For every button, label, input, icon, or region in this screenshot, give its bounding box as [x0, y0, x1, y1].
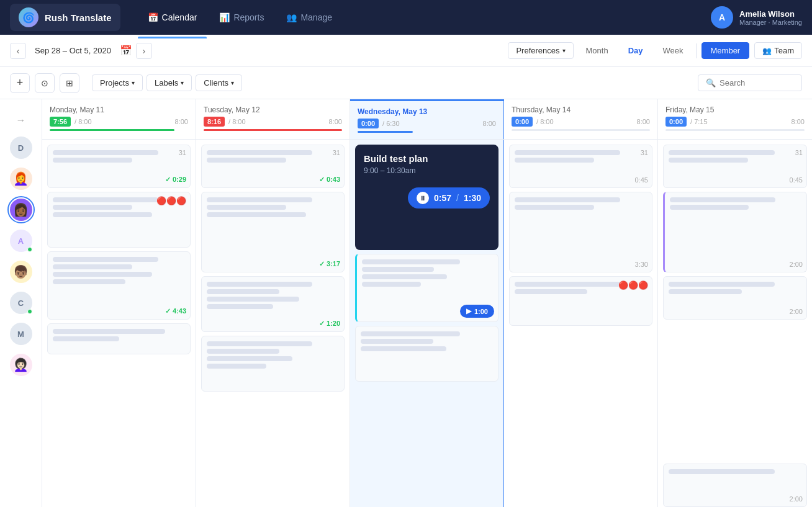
day-header-wednesday: Wednesday, May 13 0:00 / 6:30 8:00: [350, 99, 504, 139]
table-row[interactable]: 2:00: [663, 192, 807, 272]
table-row[interactable]: ▶1:00: [355, 254, 498, 322]
nav-items: 📅 Calendar 📊 Reports 👥 Manage: [125, 7, 706, 27]
chevron-down-icon: ▾: [562, 47, 566, 54]
day-name: Thursday, May 14: [512, 105, 650, 114]
calendar-icon: 📅: [148, 12, 158, 22]
list-item[interactable]: A: [10, 230, 32, 252]
corner-number: 31: [795, 149, 803, 156]
task-check: ✓ 4:43: [165, 307, 186, 315]
user-info: Amelia Wilson Manager · Marketing: [739, 9, 802, 26]
nav-item-manage[interactable]: 👥 Manage: [276, 7, 342, 27]
list-item[interactable]: 👩‍🦰: [10, 168, 32, 190]
day-headers: Monday, May 11 7:56 / 8:00 8:00 Tuesday,…: [42, 99, 812, 140]
list-item[interactable]: 👩🏻‍🦱: [10, 354, 32, 376]
task-time: 3:30: [635, 261, 648, 268]
table-row[interactable]: 🔴🔴🔴: [47, 192, 191, 248]
day-name: Monday, May 11: [50, 105, 188, 114]
day-name: Tuesday, May 12: [204, 105, 342, 114]
table-row[interactable]: [201, 336, 345, 392]
date-nav: ‹ Sep 28 – Oct 5, 2020 📅 ›: [10, 43, 152, 59]
nav-item-reports[interactable]: 📊 Reports: [209, 7, 274, 27]
task-check: ✓ 0:29: [165, 176, 186, 184]
day-name-today: Wednesday, May 13: [358, 107, 496, 116]
team-button[interactable]: 👥 Team: [754, 42, 802, 59]
calendar-container: → D 👩‍🦰 👩🏾 A 👦🏽 C M 👩🏻‍🦱 Mond: [0, 99, 812, 507]
toolbar-right: Preferences ▾ Month Day Week Member 👥 Te…: [508, 42, 802, 59]
task-check: ✓ 1:20: [319, 320, 340, 328]
action-bar: + ⊙ ⊞ Projects▾ Labels▾ Clients▾ 🔍: [0, 67, 812, 99]
corner-number: 31: [641, 149, 648, 156]
clients-filter[interactable]: Clients▾: [196, 74, 242, 91]
slash-time-monday: / 8:00: [74, 118, 92, 125]
nav-item-calendar[interactable]: 📅 Calendar: [138, 7, 207, 27]
table-row[interactable]: ✓ 1:20: [201, 276, 345, 332]
list-item[interactable]: D: [10, 137, 32, 159]
task-time-range: 9:00 – 10:30am: [364, 166, 490, 175]
time-badge-friday: 0:00: [665, 117, 687, 127]
avatar: A: [711, 6, 733, 29]
user-name: Amelia Wilson: [739, 9, 802, 19]
search-box[interactable]: 🔍: [698, 74, 802, 91]
prev-button[interactable]: ‹: [10, 43, 26, 59]
labels-filter[interactable]: Labels▾: [147, 74, 192, 91]
sidebar-avatars: → D 👩‍🦰 👩🏾 A 👦🏽 C M 👩🏻‍🦱: [0, 99, 42, 507]
top-nav: 🌀 Rush Translate 📅 Calendar 📊 Reports 👥 …: [0, 0, 812, 35]
day-header-friday: Friday, May 15 0:00 / 7:15 8:00: [658, 99, 812, 139]
sidebar-arrow[interactable]: →: [16, 104, 26, 137]
table-row[interactable]: 3:30: [509, 192, 652, 272]
week-button[interactable]: Week: [656, 43, 691, 58]
active-task-card[interactable]: Build test plan 9:00 – 10:30am ⏸ 0:57 / …: [355, 145, 498, 250]
corner-number: 31: [333, 149, 340, 156]
projects-filter[interactable]: Projects▾: [92, 74, 143, 91]
day-header-tuesday: Tuesday, May 12 8:16 / 8:00 8:00: [196, 99, 350, 139]
table-row[interactable]: 2:00: [663, 464, 807, 507]
day-button[interactable]: Day: [621, 43, 651, 58]
table-row[interactable]: 2:00: [663, 276, 807, 320]
task-check: ✓ 3:17: [319, 260, 340, 268]
multi-dots-icon: 🔴🔴🔴: [156, 196, 186, 205]
timer-button[interactable]: ⊙: [35, 73, 55, 93]
day-col-thursday: 31 0:45 3:30 🔴🔴🔴: [504, 140, 658, 507]
user-section: A Amelia Wilson Manager · Marketing: [711, 6, 802, 29]
timer-pill[interactable]: ⏸ 0:57 / 1:30: [408, 187, 490, 209]
filter-buttons: Projects▾ Labels▾ Clients▾: [92, 74, 242, 91]
calendar-picker-icon[interactable]: 📅: [120, 45, 132, 56]
task-time: 0:45: [635, 176, 648, 184]
table-row[interactable]: ✓ 3:17: [201, 192, 345, 272]
task-time: 0:45: [790, 176, 803, 184]
table-row[interactable]: 31 0:45: [663, 145, 807, 188]
time-badge-tuesday: 8:16: [204, 117, 225, 127]
grid-button[interactable]: ⊞: [60, 73, 79, 93]
brand[interactable]: 🌀 Rush Translate: [10, 4, 120, 31]
day-header-thursday: Thursday, May 14 0:00 / 8:00 8:00: [504, 99, 658, 139]
table-row[interactable]: [47, 323, 191, 354]
task-time: 2:00: [790, 261, 803, 268]
table-row[interactable]: 31 ✓ 0:29: [47, 145, 191, 188]
user-role: Manager · Marketing: [739, 19, 802, 26]
month-button[interactable]: Month: [579, 43, 616, 58]
corner-number: 31: [179, 149, 186, 156]
list-item[interactable]: 👦🏽: [10, 261, 32, 283]
table-row[interactable]: 31 ✓ 0:43: [201, 145, 345, 188]
search-icon: 🔍: [706, 78, 716, 87]
member-button[interactable]: Member: [701, 42, 750, 59]
task-time: 2:00: [790, 495, 803, 503]
brand-label: Rush Translate: [45, 12, 112, 23]
table-row[interactable]: 31 0:45: [509, 145, 652, 188]
table-row[interactable]: ✓ 4:43: [47, 251, 191, 320]
play-btn[interactable]: ▶1:00: [460, 305, 494, 318]
table-row[interactable]: [355, 326, 498, 382]
date-range: Sep 28 – Oct 5, 2020: [30, 43, 116, 58]
add-task-button[interactable]: +: [10, 73, 30, 93]
list-item[interactable]: 👩🏾: [10, 199, 32, 221]
list-item[interactable]: C: [10, 292, 32, 314]
search-input[interactable]: [720, 78, 794, 87]
day-col-friday: 31 0:45 2:00 2:00 2:00: [658, 140, 812, 507]
multi-dots-icon: 🔴🔴🔴: [618, 280, 648, 290]
pause-icon: ⏸: [417, 192, 429, 204]
preferences-button[interactable]: Preferences ▾: [508, 42, 573, 59]
table-row[interactable]: 🔴🔴🔴: [509, 276, 652, 326]
next-button[interactable]: ›: [136, 43, 152, 59]
list-item[interactable]: M: [10, 323, 32, 345]
time-badge-wednesday: 0:00: [358, 119, 379, 128]
